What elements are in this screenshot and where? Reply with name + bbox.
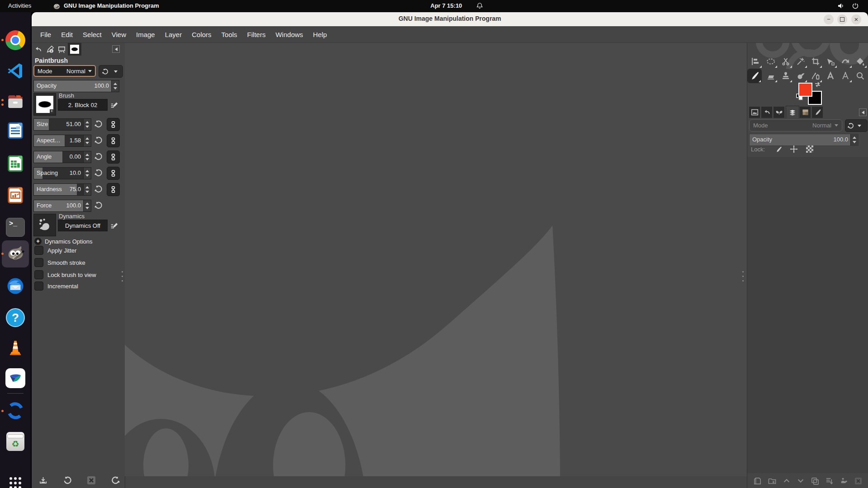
restore-preset-icon[interactable] bbox=[63, 476, 72, 485]
tab-patterns-dialog[interactable] bbox=[800, 107, 811, 118]
spinner[interactable] bbox=[83, 200, 91, 211]
spinner[interactable] bbox=[111, 80, 119, 92]
files-icon[interactable] bbox=[5, 91, 26, 113]
libreoffice-writer-icon[interactable] bbox=[5, 120, 26, 141]
lock-pixels-icon[interactable] bbox=[775, 145, 783, 153]
help-icon[interactable]: ? bbox=[5, 307, 26, 328]
tab-image-dialog[interactable] bbox=[749, 107, 760, 118]
maximize-button[interactable] bbox=[837, 14, 847, 24]
layer-opacity-slider[interactable]: Opacity 100.0 bbox=[749, 134, 859, 146]
smooth-stroke-checkbox[interactable] bbox=[34, 258, 43, 267]
eraser-tool[interactable] bbox=[764, 69, 778, 83]
fuzzy-select-tool[interactable] bbox=[793, 54, 808, 69]
apply-jitter-checkbox[interactable] bbox=[34, 246, 43, 255]
measure-tool[interactable] bbox=[838, 69, 853, 83]
spinner[interactable] bbox=[83, 168, 91, 179]
link-toggle[interactable] bbox=[107, 118, 120, 131]
transform-tool[interactable] bbox=[823, 54, 838, 69]
hardness-slider[interactable]: Hardness 75.0 bbox=[33, 183, 91, 196]
gimp-icon[interactable] bbox=[5, 243, 26, 265]
libreoffice-impress-icon[interactable] bbox=[5, 184, 26, 206]
paintbrush-tool[interactable] bbox=[747, 69, 762, 83]
reset-icon[interactable] bbox=[94, 152, 103, 161]
raise-layer-icon[interactable] bbox=[783, 477, 791, 485]
undo-arrow-icon[interactable] bbox=[33, 44, 43, 55]
ellipse-select-tool[interactable] bbox=[764, 54, 778, 69]
reset-icon[interactable] bbox=[845, 122, 856, 129]
chevron-down-icon[interactable] bbox=[856, 125, 863, 127]
reset-icon[interactable] bbox=[94, 169, 103, 178]
tab-pointer-dialog[interactable] bbox=[774, 107, 784, 118]
bucket-fill-tool[interactable] bbox=[853, 54, 868, 69]
tab-brushes-dialog[interactable] bbox=[812, 107, 823, 118]
menu-windows[interactable]: Windows bbox=[270, 29, 308, 40]
power-icon[interactable] bbox=[852, 2, 859, 9]
lock-position-icon[interactable] bbox=[790, 145, 798, 153]
menu-edit[interactable]: Edit bbox=[56, 29, 78, 40]
aspect-slider[interactable]: Aspect… 1.58 bbox=[33, 135, 91, 147]
vscode-icon[interactable] bbox=[5, 60, 26, 82]
link-toggle[interactable] bbox=[107, 167, 120, 180]
panel-resize-grip[interactable] bbox=[742, 271, 744, 282]
scissors-select-tool[interactable] bbox=[778, 54, 793, 69]
dynamics-preview[interactable] bbox=[33, 214, 56, 236]
menu-image[interactable]: Image bbox=[131, 29, 160, 40]
notification-bell-icon[interactable] bbox=[476, 2, 483, 9]
spinner[interactable] bbox=[850, 134, 858, 145]
link-toggle[interactable] bbox=[107, 183, 120, 196]
chevron-down-icon[interactable] bbox=[111, 70, 120, 73]
dynamics-options-expander[interactable]: + Dynamics Options bbox=[34, 238, 92, 245]
minimize-button[interactable]: − bbox=[824, 14, 834, 24]
opacity-slider[interactable]: Opacity 100.0 bbox=[33, 80, 119, 92]
focused-app-title[interactable]: GNU Image Manipulation Program bbox=[64, 2, 159, 9]
brush-preview[interactable]: + bbox=[33, 93, 56, 116]
bird-app-icon[interactable] bbox=[5, 367, 26, 389]
menu-tools[interactable]: Tools bbox=[217, 29, 242, 40]
foreground-color-swatch[interactable] bbox=[798, 83, 812, 97]
reset-icon[interactable] bbox=[94, 120, 103, 129]
incremental-checkbox[interactable] bbox=[34, 282, 43, 291]
new-group-icon[interactable] bbox=[768, 477, 777, 485]
layer-mode-dropdown[interactable]: Mode Normal bbox=[749, 119, 842, 131]
lower-layer-icon[interactable] bbox=[797, 477, 805, 485]
device-status-icon[interactable]: i bbox=[44, 44, 55, 55]
tab-layers-dialog[interactable] bbox=[786, 106, 799, 118]
menu-file[interactable]: File bbox=[35, 29, 56, 40]
spinner[interactable] bbox=[83, 151, 91, 163]
swap-colors-icon[interactable] bbox=[814, 81, 821, 88]
app-grid-button[interactable] bbox=[5, 472, 26, 488]
align-tool[interactable] bbox=[748, 54, 763, 69]
edit-dynamics-icon[interactable] bbox=[109, 221, 119, 230]
canvas-area[interactable] bbox=[125, 43, 747, 476]
tab-paintbrush-options[interactable] bbox=[68, 43, 81, 56]
chrome-icon[interactable] bbox=[5, 29, 26, 51]
crop-tool[interactable] bbox=[808, 54, 823, 69]
spacing-slider[interactable]: Spacing 10.0 bbox=[33, 167, 91, 179]
dynamics-name-field[interactable]: Dynamics Off bbox=[58, 220, 108, 231]
merge-layer-icon[interactable] bbox=[825, 477, 834, 485]
link-toggle[interactable] bbox=[107, 134, 120, 147]
activities-button[interactable]: Activities bbox=[8, 2, 31, 9]
panel-menu-button[interactable] bbox=[112, 45, 120, 53]
close-button[interactable]: × bbox=[851, 14, 861, 24]
anchor-layer-icon[interactable] bbox=[840, 477, 848, 485]
smudge-tool[interactable] bbox=[793, 69, 808, 83]
paint-mode-dropdown[interactable]: Mode Normal bbox=[33, 65, 96, 77]
clock[interactable]: Apr 7 15:10 bbox=[430, 2, 462, 9]
delete-preset-icon[interactable] bbox=[87, 476, 96, 485]
warp-tool[interactable] bbox=[838, 54, 853, 69]
menu-view[interactable]: View bbox=[107, 29, 131, 40]
text-tool[interactable] bbox=[823, 69, 838, 83]
software-updater-icon[interactable] bbox=[5, 400, 26, 422]
menu-colors[interactable]: Colors bbox=[187, 29, 216, 40]
tab-undo-history[interactable] bbox=[761, 107, 772, 118]
layers-list-empty[interactable] bbox=[747, 157, 868, 473]
lock-brush-checkbox[interactable] bbox=[34, 270, 43, 279]
clone-tool[interactable] bbox=[778, 69, 793, 83]
terminal-icon[interactable]: >_ bbox=[5, 216, 26, 238]
easel-icon[interactable] bbox=[56, 44, 67, 55]
reset-icon[interactable] bbox=[94, 136, 103, 145]
volume-icon[interactable] bbox=[837, 2, 845, 9]
reset-options-icon[interactable] bbox=[111, 476, 120, 485]
delete-layer-icon[interactable] bbox=[854, 477, 863, 485]
